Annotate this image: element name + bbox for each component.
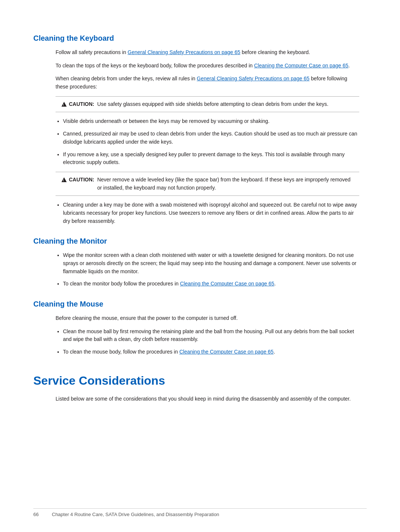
keyboard-bullet1: Visible debris underneath or between the… <box>63 117 359 126</box>
page-footer: 66 Chapter 4 Routine Care, SATA Drive Gu… <box>33 508 367 517</box>
monitor-link-case[interactable]: Cleaning the Computer Case on page 65 <box>180 281 274 287</box>
caution1-triangle-icon <box>61 102 67 107</box>
monitor-heading: Cleaning the Monitor <box>33 237 367 245</box>
caution1-text: Use safety glasses equipped with side sh… <box>97 100 328 108</box>
mouse-content: Before cleaning the mouse, ensure that t… <box>56 314 359 356</box>
caution2-text: Never remove a wide leveled key (like th… <box>97 176 353 192</box>
monitor-bullet1: Wipe the monitor screen with a clean clo… <box>63 251 359 275</box>
mouse-bullet2-before: To clean the mouse body, follow the proc… <box>63 349 179 355</box>
mouse-bullet1: Clean the mouse ball by first removing t… <box>63 328 359 344</box>
keyboard-link-safety1[interactable]: General Cleaning Safety Precautions on p… <box>128 49 240 55</box>
monitor-bullet2-after: . <box>274 281 276 287</box>
keyboard-bullet3: If you remove a key, use a specially des… <box>63 151 359 167</box>
keyboard-para3: When cleaning debris from under the keys… <box>56 75 359 91</box>
footer-page-number: 66 <box>33 512 44 517</box>
keyboard-para1-after: before cleaning the keyboard. <box>240 49 310 55</box>
keyboard-bullets: Visible debris underneath or between the… <box>63 117 359 166</box>
keyboard-link-safety2[interactable]: General Cleaning Safety Precautions on p… <box>197 76 309 81</box>
service-para: Listed below are some of the considerati… <box>56 395 359 403</box>
keyboard-bullet-final: Cleaning under a key may be done with a … <box>63 201 359 225</box>
footer-chapter-text: Chapter 4 Routine Care, SATA Drive Guide… <box>52 512 367 517</box>
page-container: Cleaning the Keyboard Follow all safety … <box>0 0 400 438</box>
keyboard-caution1: CAUTION: Use safety glasses equipped wit… <box>56 96 359 113</box>
caution2-label: CAUTION: <box>61 176 94 184</box>
monitor-content: Wipe the monitor screen with a clean clo… <box>56 251 359 288</box>
keyboard-heading: Cleaning the Keyboard <box>33 34 367 43</box>
keyboard-content: Follow all safety precautions in General… <box>56 48 359 225</box>
mouse-para: Before cleaning the mouse, ensure that t… <box>56 314 359 322</box>
keyboard-para2-after: . <box>348 63 350 68</box>
keyboard-para3-before: When cleaning debris from under the keys… <box>56 76 197 81</box>
monitor-bullet2-before: To clean the monitor body follow the pro… <box>63 281 180 287</box>
caution1-label: CAUTION: <box>61 100 94 108</box>
keyboard-bullet-final-list: Cleaning under a key may be done with a … <box>63 201 359 225</box>
monitor-bullet2: To clean the monitor body follow the pro… <box>63 280 359 288</box>
keyboard-link-case1[interactable]: Cleaning the Computer Case on page 65 <box>254 63 349 68</box>
service-heading: Service Considerations <box>33 374 367 388</box>
keyboard-para2: To clean the tops of the keys or the key… <box>56 62 359 70</box>
keyboard-bullet2: Canned, pressurized air may be used to c… <box>63 130 359 146</box>
keyboard-para1: Follow all safety precautions in General… <box>56 48 359 57</box>
mouse-heading: Cleaning the Mouse <box>33 300 367 308</box>
keyboard-para2-before: To clean the tops of the keys or the key… <box>56 63 254 68</box>
mouse-bullet2-after: . <box>274 349 275 355</box>
monitor-bullets: Wipe the monitor screen with a clean clo… <box>63 251 359 288</box>
keyboard-caution2: CAUTION: Never remove a wide leveled key… <box>56 172 359 196</box>
mouse-link-case[interactable]: Cleaning the Computer Case on page 65 <box>179 349 274 355</box>
caution2-triangle-icon <box>61 177 67 182</box>
service-content: Listed below are some of the considerati… <box>56 395 359 403</box>
mouse-bullet2: To clean the mouse body, follow the proc… <box>63 348 359 356</box>
keyboard-para1-before: Follow all safety precautions in <box>56 49 128 55</box>
mouse-bullets: Clean the mouse ball by first removing t… <box>63 328 359 356</box>
